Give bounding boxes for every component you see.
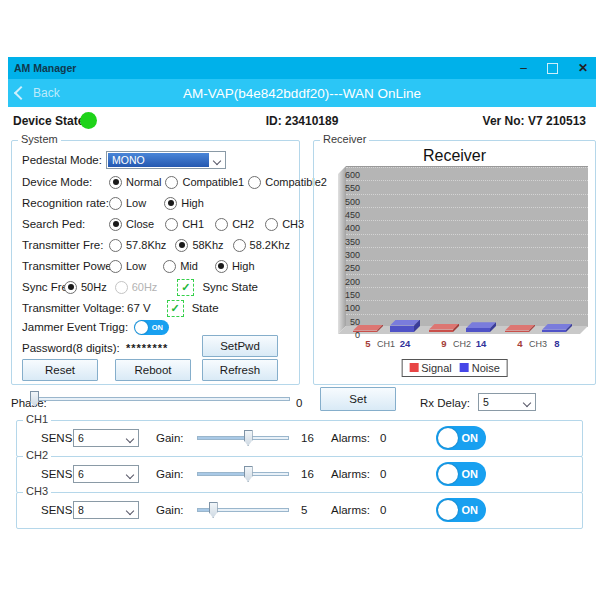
x-category-label: CH2 xyxy=(442,339,482,349)
setpwd-button[interactable]: SetPwd xyxy=(202,335,278,357)
radio-label: Compatible1 xyxy=(182,176,244,188)
transmitter-voltage-row: Transmitter Voltage: 67 V ✓ State xyxy=(12,299,299,317)
state-label: State xyxy=(192,302,219,314)
search-ped-label: Search Ped: xyxy=(22,218,85,230)
radio-icon xyxy=(215,218,228,231)
ch2-sens-select[interactable]: 6 xyxy=(73,465,139,483)
radio-58khz[interactable]: 58Khz xyxy=(175,239,223,252)
reset-button[interactable]: Reset xyxy=(22,359,98,381)
maximize-icon[interactable] xyxy=(547,63,558,74)
radio-icon xyxy=(165,218,178,231)
phase-slider[interactable] xyxy=(30,391,290,407)
jammer-toggle[interactable]: ON xyxy=(134,320,169,335)
radio-label: 60Hz xyxy=(132,281,158,293)
chevron-down-icon xyxy=(126,435,134,443)
chevron-down-icon xyxy=(126,507,134,515)
radio-label: Mid xyxy=(180,260,198,272)
minimize-icon[interactable]: – xyxy=(520,57,527,79)
device-mode-label: Device Mode: xyxy=(22,176,92,188)
system-panel: System Pedestal Mode: MONO Device Mode: … xyxy=(11,140,300,385)
radio-power-low[interactable]: Low xyxy=(109,260,146,273)
pedestal-mode-select[interactable]: MONO xyxy=(106,151,226,169)
ch1-toggle[interactable]: ON xyxy=(436,426,486,450)
slider-thumb[interactable] xyxy=(30,391,39,407)
radio-icon xyxy=(115,281,128,294)
sync-state-check-icon: ✓ xyxy=(177,279,194,296)
titlebar: AM Manager – ✕ xyxy=(8,57,596,79)
phase-value: 0 xyxy=(296,397,302,409)
status-row: Device State: ID: 23410189 Ver No: V7 21… xyxy=(8,107,596,135)
slider-track xyxy=(30,397,290,401)
radio-compatible1[interactable]: Compatible1 xyxy=(165,176,244,189)
close-icon[interactable]: ✕ xyxy=(578,57,588,79)
radio-power-mid[interactable]: Mid xyxy=(163,260,198,273)
transmitter-power-row: Transmitter Power: Low Mid High xyxy=(12,257,299,275)
radio-icon xyxy=(64,281,77,294)
ch2-panel: CH2 SENS: 6 Gain: 16 Alarms: 0 ON xyxy=(16,456,583,493)
radio-582khz[interactable]: 58.2Khz xyxy=(233,239,290,252)
transmitter-fre-row: Transmitter Fre: 57.8Khz 58Khz 58.2Khz xyxy=(12,236,299,254)
radio-ch2[interactable]: CH2 xyxy=(215,218,254,231)
radio-icon xyxy=(163,260,176,273)
gain-label: Gain: xyxy=(156,468,184,480)
legend-signal: Signal xyxy=(409,362,452,374)
bar-signal-ch2 xyxy=(429,324,459,332)
alarms-value: 0 xyxy=(380,504,386,516)
legend-noise-label: Noise xyxy=(472,362,500,374)
radio-power-high[interactable]: High xyxy=(215,260,255,273)
ch3-toggle[interactable]: ON xyxy=(436,498,486,522)
radio-ch3[interactable]: CH3 xyxy=(265,218,304,231)
radio-60hz: 60Hz xyxy=(115,281,158,294)
sens-value: 6 xyxy=(74,468,84,480)
bar-noise-ch3 xyxy=(542,324,572,332)
toggle-state-label: ON xyxy=(152,323,163,332)
x-category-label: CH1 xyxy=(366,339,406,349)
y-tick-label: 550 xyxy=(320,183,360,193)
radio-low[interactable]: Low xyxy=(109,197,146,210)
y-tick-label: 300 xyxy=(320,250,360,260)
noise-swatch-icon xyxy=(460,363,469,372)
x-category-label: CH3 xyxy=(518,339,558,349)
alarms-value: 0 xyxy=(380,468,386,480)
refresh-button[interactable]: Refresh xyxy=(202,359,278,381)
reboot-button[interactable]: Reboot xyxy=(115,359,191,381)
ch2-toggle[interactable]: ON xyxy=(436,462,486,486)
pedestal-mode-label: Pedestal Mode: xyxy=(22,154,102,166)
radio-icon xyxy=(265,218,278,231)
radio-578khz[interactable]: 57.8Khz xyxy=(109,239,166,252)
radio-label: High xyxy=(232,260,255,272)
ch1-sens-select[interactable]: 6 xyxy=(73,429,139,447)
toggle-knob xyxy=(135,321,148,334)
set-button[interactable]: Set xyxy=(320,387,396,411)
jammer-row: Jammer Event Trigg: ON xyxy=(12,318,299,336)
ch3-gain-slider[interactable] xyxy=(197,502,289,518)
radio-label: Low xyxy=(126,197,146,209)
toggle-knob xyxy=(438,464,458,484)
pedestal-mode-value: MONO xyxy=(108,153,209,167)
radio-label: Low xyxy=(126,260,146,272)
receiver-bar-chart: 050100150200250300350400450500550600 524… xyxy=(338,166,588,344)
radio-high[interactable]: High xyxy=(164,197,204,210)
radio-normal[interactable]: Normal xyxy=(109,176,161,189)
radio-close[interactable]: Close xyxy=(109,218,154,231)
y-tick-label: 400 xyxy=(320,223,360,233)
slider-thumb[interactable] xyxy=(209,502,218,518)
radio-label: High xyxy=(181,197,204,209)
toggle-knob xyxy=(438,500,458,520)
radio-ch1[interactable]: CH1 xyxy=(165,218,204,231)
chart-legend: Signal Noise xyxy=(401,359,508,377)
rx-delay-value: 5 xyxy=(479,396,489,408)
transmitter-voltage-value: 67 V xyxy=(127,302,151,314)
ch2-gain-slider[interactable] xyxy=(197,466,289,482)
ch1-gain-slider[interactable] xyxy=(197,430,289,446)
radio-icon xyxy=(109,239,122,252)
password-value: ******** xyxy=(126,342,168,354)
bar-signal-ch3 xyxy=(505,325,535,333)
rx-delay-select[interactable]: 5 xyxy=(478,393,536,411)
slider-thumb[interactable] xyxy=(244,430,253,446)
ch3-sens-select[interactable]: 8 xyxy=(73,501,139,519)
radio-label: CH1 xyxy=(182,218,204,230)
radio-50hz[interactable]: 50Hz xyxy=(64,281,107,294)
slider-thumb[interactable] xyxy=(244,466,253,482)
receiver-panel: Receiver Receiver 0501001502002503003504… xyxy=(313,140,596,385)
